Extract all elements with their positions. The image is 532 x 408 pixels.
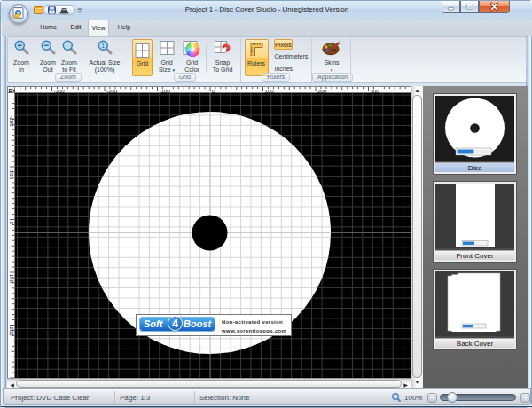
- svg-text:300: 300: [371, 89, 380, 94]
- svg-text:200: 200: [317, 89, 327, 94]
- svg-text:-300: -300: [54, 89, 66, 94]
- svg-text:100: 100: [265, 89, 275, 94]
- svg-text:1: 1: [101, 43, 105, 49]
- svg-text:-200: -200: [106, 89, 118, 94]
- svg-text:200: 200: [9, 327, 14, 337]
- svg-text:-200: -200: [9, 116, 14, 128]
- svg-text:100: 100: [9, 274, 14, 284]
- svg-text:0: 0: [9, 222, 14, 225]
- svg-text:0: 0: [212, 89, 215, 94]
- svg-text:-100: -100: [9, 169, 14, 180]
- svg-text:-100: -100: [160, 89, 171, 94]
